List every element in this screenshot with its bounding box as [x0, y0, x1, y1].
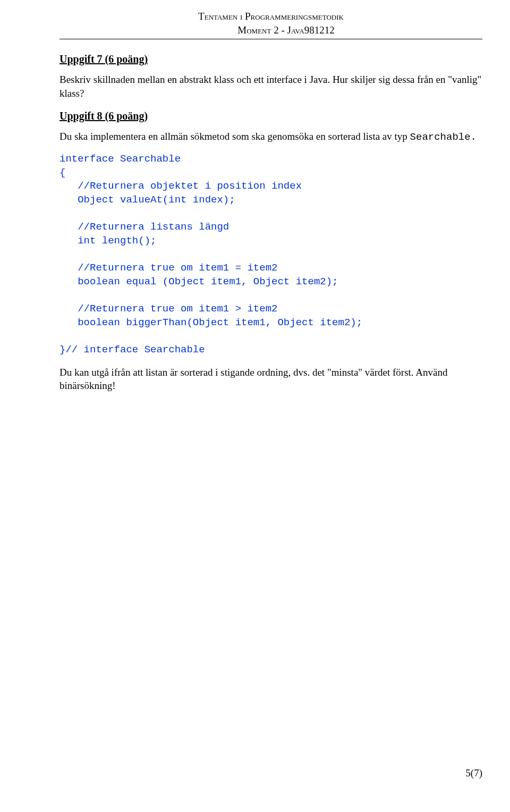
- task7-paragraph: Beskriv skillnaden mellan en abstrakt kl…: [60, 73, 482, 100]
- header-title-line2: Moment 2 - Java: [237, 23, 304, 37]
- task8-intro-text: Du ska implementera en allmän sökmetod s…: [60, 131, 410, 142]
- header-row-2: Moment 2 - Java 981212: [60, 23, 482, 37]
- task8-outro: Du kan utgå ifrån att listan är sorterad…: [60, 366, 482, 393]
- task7-heading: Uppgift 7 (6 poäng): [60, 52, 482, 66]
- page-number: 5(7): [465, 766, 482, 780]
- header-rule: [60, 39, 482, 39]
- task8-code-block: interface Searchable { //Returnera objek…: [60, 153, 482, 357]
- header-row-1: Tentamen i Programmeringsmetodik: [60, 10, 482, 23]
- header-date: 981212: [304, 23, 482, 37]
- page: Tentamen i Programmeringsmetodik Moment …: [0, 0, 510, 812]
- task8-intro-code: Searchable.: [410, 131, 477, 143]
- header-title-line1: Tentamen i Programmeringsmetodik: [198, 10, 344, 23]
- task8-intro: Du ska implementera en allmän sökmetod s…: [60, 130, 482, 145]
- task8-heading: Uppgift 8 (6 poäng): [60, 109, 482, 123]
